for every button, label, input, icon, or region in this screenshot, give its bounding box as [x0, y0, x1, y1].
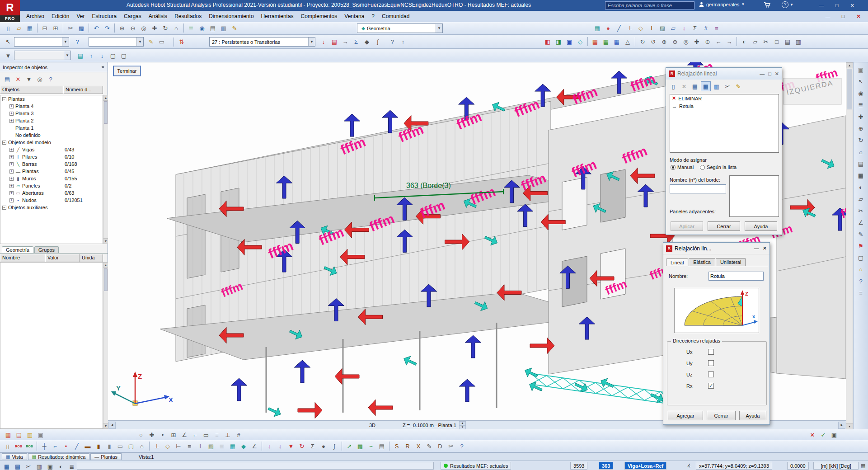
- dialog-minimize-icon[interactable]: —: [760, 71, 765, 77]
- load-types-icon[interactable]: ↓: [319, 37, 328, 47]
- release-tab-1[interactable]: Elástica: [689, 258, 715, 266]
- rigid-links-icon[interactable]: ⊢: [174, 441, 183, 451]
- release-type-item[interactable]: ✕ELIMINAR: [670, 94, 779, 102]
- full-screen-icon[interactable]: □: [772, 37, 782, 47]
- object-selection-icon[interactable]: ▼: [3, 51, 13, 61]
- zoom-out-icon[interactable]: ⊖: [128, 23, 138, 33]
- stories-icon[interactable]: ≡: [712, 23, 722, 33]
- snap-edge-icon[interactable]: ⌐: [190, 430, 200, 440]
- auto-combinations-icon[interactable]: Σ: [351, 37, 361, 47]
- attribute-brush-icon[interactable]: ✎: [146, 37, 156, 47]
- emitters-tool-icon[interactable]: ◆: [239, 441, 249, 451]
- layout-tab-1[interactable]: ▤Resultados: dinámica: [28, 453, 90, 460]
- nodal-load-icon[interactable]: ↓: [264, 441, 274, 451]
- assign-mode-radio-0[interactable]: Manual: [671, 164, 694, 170]
- grid-col-valor[interactable]: Valor: [45, 254, 80, 262]
- layers-panel-icon[interactable]: ▤: [856, 159, 866, 169]
- display-filters-icon[interactable]: ◉: [856, 88, 866, 98]
- surface-load-icon[interactable]: ▼: [286, 441, 296, 451]
- search-input[interactable]: [605, 1, 694, 9]
- status-display-icon[interactable]: ▣: [45, 461, 55, 470]
- expand-icon[interactable]: +: [9, 177, 14, 181]
- frame-2d-icon[interactable]: ⌐: [50, 441, 60, 451]
- zoom-window-icon[interactable]: ◎: [139, 23, 149, 33]
- spin-view-icon[interactable]: ↺: [648, 37, 658, 47]
- status-shade-icon[interactable]: ◐: [56, 461, 66, 470]
- tables-icon[interactable]: ▤: [208, 23, 218, 33]
- roofs-tool-icon[interactable]: ⌂: [137, 441, 147, 451]
- tree-item[interactable]: +╲Barras0/168: [0, 160, 103, 168]
- snap-perp-icon[interactable]: ⊥: [223, 430, 233, 440]
- menu-item-11[interactable]: ?: [368, 12, 378, 21]
- terminar-button[interactable]: Terminar: [113, 66, 141, 76]
- release-tab-2[interactable]: Unilateral: [716, 258, 746, 266]
- screen-capture-icon[interactable]: ✂: [66, 23, 75, 33]
- supports-icon[interactable]: ⊥: [625, 23, 635, 33]
- tree-item[interactable]: +Planta 3: [0, 110, 103, 117]
- wireframe-mode-icon[interactable]: ▱: [856, 194, 866, 204]
- help-button[interactable]: Ayuda: [739, 411, 766, 420]
- edge-number-input[interactable]: [670, 184, 726, 193]
- saved-views-icon[interactable]: ▤: [783, 37, 793, 47]
- select-mode-icon[interactable]: ↖: [856, 76, 866, 86]
- results-maps-icon[interactable]: ▩: [355, 441, 365, 451]
- dialog-restore-icon[interactable]: □: [768, 71, 771, 77]
- menu-item-9[interactable]: Complementos: [297, 12, 341, 21]
- mesh-tool-icon[interactable]: ▦: [228, 441, 238, 451]
- status-layout-icon[interactable]: ▥: [34, 461, 44, 470]
- beams-tool-icon[interactable]: ▬: [83, 441, 93, 451]
- results-table-icon[interactable]: ▦: [3, 430, 13, 440]
- delete-selection-icon[interactable]: ✕: [807, 430, 817, 440]
- tree-column-objects[interactable]: Objetos: [0, 86, 63, 94]
- scroll-down-icon[interactable]: ▼: [846, 423, 853, 429]
- plane-spinner[interactable]: ▲▼: [459, 421, 466, 429]
- restore-button[interactable]: □: [829, 1, 845, 9]
- scroll-down-icon[interactable]: ▼: [103, 423, 108, 428]
- expand-icon[interactable]: +: [9, 191, 14, 195]
- expand-icon[interactable]: +: [9, 148, 14, 152]
- scroll-up-icon[interactable]: ▲: [846, 63, 853, 68]
- snap-settings-icon[interactable]: ○: [136, 430, 146, 440]
- collapse-icon[interactable]: −: [2, 141, 6, 145]
- load-case-combo[interactable]: 27 : Persistentes o Transitorias ▼: [209, 37, 315, 47]
- tree-item[interactable]: No definido: [0, 132, 103, 139]
- tree-item[interactable]: −Plantas: [0, 95, 103, 103]
- pan-icon[interactable]: ✚: [150, 23, 160, 33]
- close-button[interactable]: ✕: [845, 1, 860, 9]
- layout-tab-0[interactable]: ▦Vista: [2, 453, 27, 460]
- grid-col-unidad[interactable]: Unida: [80, 254, 103, 262]
- thickness-tool-icon[interactable]: ≣: [217, 441, 227, 451]
- panels-icon[interactable]: ▱: [668, 23, 678, 33]
- zoom-in-view-icon[interactable]: ⊕: [659, 37, 669, 47]
- info-panel-icon[interactable]: ?: [856, 276, 866, 286]
- axonometric-icon[interactable]: △: [623, 37, 633, 47]
- shading-mode-icon[interactable]: ◐: [856, 182, 866, 192]
- accept-selection-icon[interactable]: ✓: [818, 430, 828, 440]
- bars-icon[interactable]: ╱: [614, 23, 624, 33]
- menu-item-7[interactable]: Dimensionamiento: [205, 12, 257, 21]
- combo-arrow-icon[interactable]: ▼: [62, 38, 69, 46]
- expand-icon[interactable]: +: [9, 112, 14, 116]
- snap-point-icon[interactable]: •: [158, 430, 168, 440]
- zoom-window-view-icon[interactable]: ◎: [681, 37, 691, 47]
- context-help-icon[interactable]: ?: [72, 37, 82, 47]
- inspector-tab-0[interactable]: Geometría: [2, 246, 33, 253]
- grid-display-icon[interactable]: ▦: [856, 170, 866, 180]
- view-3d-icon[interactable]: ◇: [575, 37, 585, 47]
- zoom-tool-icon[interactable]: ⊕: [856, 123, 866, 133]
- measure-tool-icon[interactable]: ∠: [856, 217, 866, 227]
- scroll-right-icon[interactable]: ►: [838, 422, 845, 429]
- loads-icon[interactable]: ↓: [679, 23, 689, 33]
- view-cube-icon[interactable]: ▣: [856, 65, 866, 75]
- direction-checkbox-uz[interactable]: [708, 371, 714, 377]
- load-to-mass-icon[interactable]: ◆: [362, 37, 372, 47]
- light-settings-icon[interactable]: ○: [856, 264, 866, 274]
- print-preview-icon[interactable]: ⊞: [51, 23, 61, 33]
- axes-definition-icon[interactable]: ┼: [39, 441, 49, 451]
- layout-selector-combo[interactable]: ◆ Geometría ▼: [357, 24, 443, 33]
- units-settings-icon[interactable]: ▦: [861, 463, 865, 469]
- pan-tool-icon[interactable]: ✚: [856, 112, 866, 122]
- object-inspector-icon[interactable]: ◉: [197, 23, 207, 33]
- expand-icon[interactable]: +: [9, 104, 14, 108]
- clipping-planes-icon[interactable]: ✂: [761, 37, 771, 47]
